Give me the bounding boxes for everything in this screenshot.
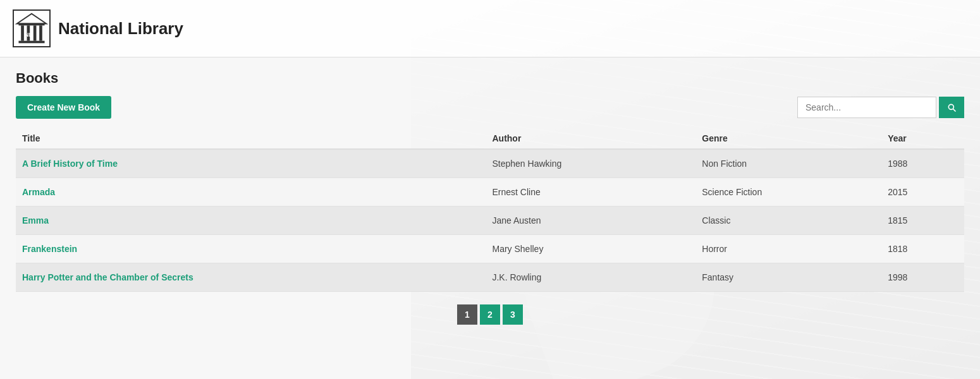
- site-title: National Library: [58, 19, 183, 39]
- cell-title: A Brief History of Time: [16, 149, 486, 178]
- svg-text:NL: NL: [25, 32, 33, 38]
- cell-genre: Classic: [695, 207, 881, 235]
- logo-icon: NL: [13, 9, 51, 47]
- search-area: [797, 97, 964, 118]
- library-building-icon: NL: [13, 11, 51, 46]
- cell-year: 2015: [881, 178, 964, 207]
- svg-rect-1: [18, 23, 44, 26]
- books-table: Title Author Genre Year A Brief History …: [16, 128, 964, 292]
- table-row: A Brief History of Time Stephen Hawking …: [16, 149, 964, 178]
- cell-year: 1988: [881, 149, 964, 178]
- svg-rect-2: [21, 25, 24, 40]
- book-title-link[interactable]: Frankenstein: [22, 244, 77, 254]
- col-genre: Genre: [695, 128, 881, 149]
- col-year: Year: [881, 128, 964, 149]
- table-header-row: Title Author Genre Year: [16, 128, 964, 149]
- book-title-link[interactable]: Harry Potter and the Chamber of Secrets: [22, 272, 193, 282]
- cell-author: Stephen Hawking: [486, 149, 695, 178]
- svg-rect-5: [39, 25, 42, 40]
- search-button[interactable]: [939, 97, 964, 118]
- cell-title: Armada: [16, 178, 486, 207]
- books-section: Books Create New Book Title Author Genre: [0, 57, 980, 379]
- cell-title: Harry Potter and the Chamber of Secrets: [16, 263, 486, 292]
- cell-year: 1818: [881, 235, 964, 263]
- col-title: Title: [16, 128, 486, 149]
- toolbar: Create New Book: [16, 96, 964, 119]
- svg-marker-0: [17, 14, 47, 24]
- page-title: Books: [16, 70, 964, 87]
- cell-genre: Fantasy: [695, 263, 881, 292]
- cell-author: Mary Shelley: [486, 235, 695, 263]
- logo: NL National Library: [13, 9, 183, 47]
- book-title-link[interactable]: Armada: [22, 187, 55, 197]
- book-title-link[interactable]: Emma: [22, 215, 49, 226]
- book-title-link[interactable]: A Brief History of Time: [22, 159, 118, 169]
- header: NL National Library: [0, 0, 980, 57]
- pagination: 123: [16, 304, 964, 337]
- table-row: Emma Jane Austen Classic 1815: [16, 207, 964, 235]
- svg-rect-6: [18, 41, 44, 44]
- search-input[interactable]: [797, 97, 936, 118]
- page-button-2[interactable]: 2: [480, 304, 500, 325]
- cell-author: Ernest Cline: [486, 178, 695, 207]
- cell-genre: Non Fiction: [695, 149, 881, 178]
- cell-genre: Horror: [695, 235, 881, 263]
- cell-author: Jane Austen: [486, 207, 695, 235]
- create-new-book-button[interactable]: Create New Book: [16, 96, 111, 119]
- cell-title: Emma: [16, 207, 486, 235]
- table-row: Armada Ernest Cline Science Fiction 2015: [16, 178, 964, 207]
- page-button-3[interactable]: 3: [503, 304, 523, 325]
- svg-rect-4: [34, 25, 37, 40]
- cell-author: J.K. Rowling: [486, 263, 695, 292]
- cell-year: 1998: [881, 263, 964, 292]
- table-row: Harry Potter and the Chamber of Secrets …: [16, 263, 964, 292]
- cell-title: Frankenstein: [16, 235, 486, 263]
- search-icon: [946, 102, 957, 112]
- col-author: Author: [486, 128, 695, 149]
- cell-genre: Science Fiction: [695, 178, 881, 207]
- page-button-1[interactable]: 1: [457, 304, 477, 325]
- cell-year: 1815: [881, 207, 964, 235]
- table-row: Frankenstein Mary Shelley Horror 1818: [16, 235, 964, 263]
